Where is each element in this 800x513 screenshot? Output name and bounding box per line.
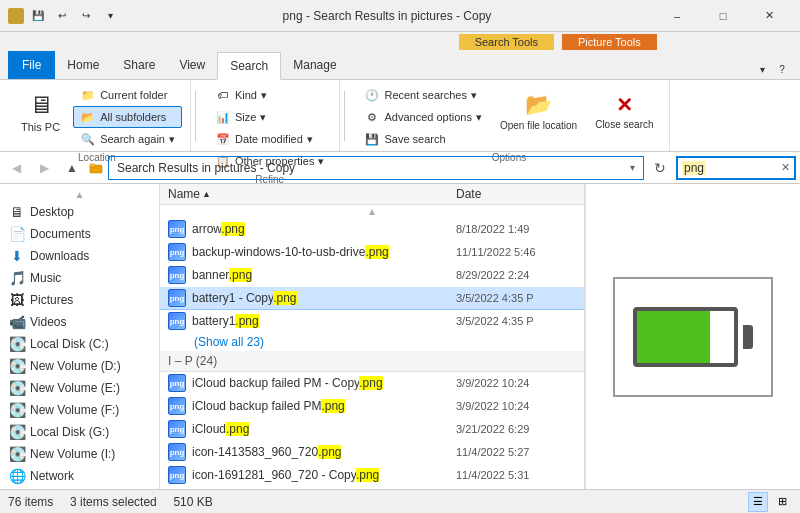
address-bar[interactable]: Search Results in pictures - Copy ▾ (108, 156, 644, 180)
sidebar-item-music[interactable]: 🎵 Music (0, 267, 159, 289)
files-scroll-down[interactable]: ▼ (160, 487, 584, 489)
kind-button[interactable]: 🏷 Kind ▾ (208, 84, 331, 106)
sidebar-item-label: Pictures (30, 293, 73, 307)
ribbon-group-options: 🕐 Recent searches ▾ ⚙ Advanced options ▾… (349, 80, 669, 151)
save-search-button[interactable]: 💾 Save search (357, 128, 488, 150)
this-pc-button[interactable]: 🖥 This PC (12, 84, 69, 140)
tab-manage[interactable]: Manage (281, 51, 348, 79)
battery-tip (743, 325, 753, 349)
sidebar-item-label: New Volume (I:) (30, 447, 115, 461)
desktop-icon: 🖥 (8, 204, 26, 220)
title-bar-left: 💾 ↩ ↪ ▾ (8, 6, 120, 26)
col-date-header[interactable]: Date (456, 187, 576, 201)
window-close-button[interactable]: ✕ (746, 0, 792, 32)
tab-home[interactable]: Home (55, 51, 111, 79)
all-subfolders-button[interactable]: 📂 All subfolders (73, 106, 182, 128)
tab-share[interactable]: Share (111, 51, 167, 79)
search-again-icon: 🔍 (80, 131, 96, 147)
disk-f-icon: 💽 (8, 402, 26, 418)
sidebar-item-label: Local Disk (C:) (30, 337, 109, 351)
qat-undo-button[interactable]: ↩ (52, 6, 72, 26)
status-items-count: 76 items 3 items selected 510 KB (8, 495, 748, 509)
search-again-button[interactable]: 🔍 Search again ▾ (73, 128, 182, 150)
col-name-header[interactable]: Name ▲ (168, 187, 456, 201)
qat-save-button[interactable]: 💾 (28, 6, 48, 26)
disk-d-icon: 💽 (8, 358, 26, 374)
help-button[interactable]: ? (772, 59, 792, 79)
search-clear-button[interactable]: ✕ (781, 161, 790, 174)
minimize-button[interactable]: – (654, 0, 700, 32)
qat-redo-button[interactable]: ↪ (76, 6, 96, 26)
qat-dropdown-button[interactable]: ▾ (100, 6, 120, 26)
separator1 (195, 91, 196, 141)
sidebar-item-label: Videos (30, 315, 66, 329)
up-button[interactable]: ▲ (60, 156, 84, 180)
advanced-options-label: Advanced options (384, 111, 471, 123)
file-icon-png: png (168, 397, 186, 415)
sidebar-item-label: Downloads (30, 249, 89, 263)
file-date: 3/9/2022 10:24 (456, 400, 576, 412)
sidebar-item-label: New Volume (F:) (30, 403, 119, 417)
files-scroll-up[interactable]: ▲ (160, 205, 584, 218)
back-button[interactable]: ◀ (4, 156, 28, 180)
file-item[interactable]: png arrow.png 8/18/2022 1:49 (160, 218, 584, 241)
advanced-icon: ⚙ (364, 109, 380, 125)
sidebar-scroll-up[interactable]: ▲ (0, 188, 159, 201)
search-box[interactable]: png ✕ (676, 156, 796, 180)
file-date: 3/5/2022 4:35 P (456, 292, 576, 304)
file-item[interactable]: png icon-1691281_960_720 - Copy.png 11/4… (160, 464, 584, 487)
title-bar: 💾 ↩ ↪ ▾ png - Search Results in pictures… (0, 0, 800, 32)
sidebar-item-desktop[interactable]: 🖥 Desktop (0, 201, 159, 223)
sidebar-item-vol-f[interactable]: 💽 New Volume (F:) (0, 399, 159, 421)
tab-view[interactable]: View (167, 51, 217, 79)
file-icon-png: png (168, 289, 186, 307)
file-item[interactable]: png banner.png 8/29/2022 2:24 (160, 264, 584, 287)
file-item[interactable]: png battery1.png 3/5/2022 4:35 P (160, 310, 584, 333)
maximize-button[interactable]: □ (700, 0, 746, 32)
sidebar-item-network[interactable]: 🌐 Network (0, 465, 159, 487)
sidebar-item-vol-i[interactable]: 💽 New Volume (I:) (0, 443, 159, 465)
disk-c-icon: 💽 (8, 336, 26, 352)
sidebar-item-downloads[interactable]: ⬇ Downloads (0, 245, 159, 267)
date-modified-button[interactable]: 📅 Date modified ▾ (208, 128, 331, 150)
sidebar-network-label: Network (30, 469, 74, 483)
large-icons-view-button[interactable]: ⊞ (772, 492, 792, 512)
options-col-left: 🕐 Recent searches ▾ ⚙ Advanced options ▾… (357, 84, 488, 150)
sidebar-item-pictures[interactable]: 🖼 Pictures (0, 289, 159, 311)
tab-file[interactable]: File (8, 51, 55, 79)
open-file-location-button[interactable]: 📂 Open file location (493, 84, 584, 140)
sidebar-item-videos[interactable]: 📹 Videos (0, 311, 159, 333)
current-folder-button[interactable]: 📁 Current folder (73, 84, 182, 106)
file-name: iCloud backup failed PM.png (192, 399, 450, 413)
file-item[interactable]: png icon-1413583_960_720.png 11/4/2022 5… (160, 441, 584, 464)
details-view-button[interactable]: ☰ (748, 492, 768, 512)
sidebar-item-local-g[interactable]: 💽 Local Disk (G:) (0, 421, 159, 443)
file-item-selected[interactable]: png battery1 - Copy.png 3/5/2022 4:35 P (160, 287, 584, 310)
recent-searches-button[interactable]: 🕐 Recent searches ▾ (357, 84, 488, 106)
refresh-button[interactable]: ↻ (648, 156, 672, 180)
ribbon-collapse-button[interactable]: ▾ (752, 59, 772, 79)
file-icon-png: png (168, 443, 186, 461)
forward-button[interactable]: ▶ (32, 156, 56, 180)
advanced-options-button[interactable]: ⚙ Advanced options ▾ (357, 106, 488, 128)
size-button[interactable]: 📊 Size ▾ (208, 106, 331, 128)
file-item[interactable]: png iCloud backup failed PM.png 3/9/2022… (160, 395, 584, 418)
file-item[interactable]: png iCloud.png 3/21/2022 6:29 (160, 418, 584, 441)
ribbon-tabs: File Home Share View Search Manage ▾ ? (0, 52, 800, 80)
section-header-i-p: I – P (24) (160, 351, 584, 372)
file-date: 11/11/2022 5:46 (456, 246, 576, 258)
file-list-header: Name ▲ Date (160, 184, 584, 205)
file-item[interactable]: png iCloud backup failed PM - Copy.png 3… (160, 372, 584, 395)
tab-search[interactable]: Search (217, 52, 281, 80)
sidebar-item-local-c[interactable]: 💽 Local Disk (C:) (0, 333, 159, 355)
sidebar-item-vol-e[interactable]: 💽 New Volume (E:) (0, 377, 159, 399)
show-all-link[interactable]: (Show all 23) (160, 333, 584, 351)
file-name: iCloud.png (192, 422, 450, 436)
file-name: battery1 - Copy.png (192, 291, 450, 305)
file-item[interactable]: png backup-windows-10-to-usb-drive.png 1… (160, 241, 584, 264)
sidebar-item-documents[interactable]: 📄 Documents (0, 223, 159, 245)
sidebar-item-vol-d[interactable]: 💽 New Volume (D:) (0, 355, 159, 377)
main-area: ▲ 🖥 Desktop 📄 Documents ⬇ Downloads 🎵 Mu… (0, 184, 800, 489)
close-search-button[interactable]: ✕ Close search (588, 84, 660, 140)
file-date: 3/5/2022 4:35 P (456, 315, 576, 327)
